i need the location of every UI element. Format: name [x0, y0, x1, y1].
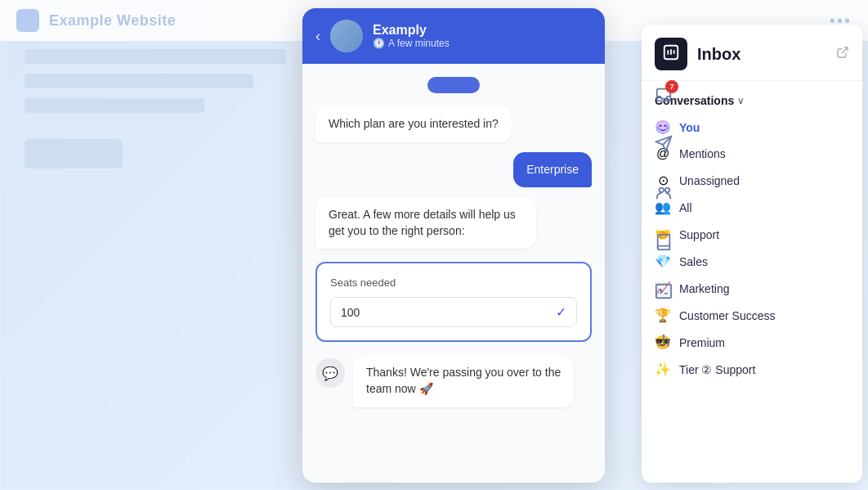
chat-status-icon: 🕐: [373, 38, 385, 49]
external-link-svg: [836, 46, 849, 59]
svg-line-14: [842, 47, 848, 53]
svg-point-3: [660, 188, 664, 193]
team-svg-icon: [655, 184, 673, 202]
inbox-item-label-sales: Sales: [679, 255, 708, 268]
terminal-svg-icon: [655, 282, 673, 300]
sidebar-icon-send[interactable]: [647, 128, 680, 160]
inbox-item-icon-tier2: ✨: [655, 362, 671, 377]
inbox-section-chevron: ∨: [737, 95, 745, 106]
seats-check-icon: ✓: [556, 304, 566, 320]
chat-header: ‹ Examply 🕐 A few minutes: [302, 8, 605, 64]
final-message-icon: 💬: [315, 358, 345, 388]
inbox-logo: [655, 38, 687, 70]
inbox-item-label-tier2: Tier ② Support: [679, 363, 755, 376]
inbox-item-label-unassigned: Unassigned: [679, 174, 740, 187]
chat-agent-name: Examply: [373, 23, 450, 38]
send-svg-icon: [655, 135, 673, 153]
chat-messages[interactable]: Which plan are you interested in? Enterp…: [302, 64, 605, 483]
chat-header-info: Examply 🕐 A few minutes: [373, 23, 450, 49]
msg-enterprise-reply: Enterprise: [513, 152, 592, 188]
msg-more-details: Great. A few more details will help us g…: [315, 197, 536, 249]
chat-avatar-img: [330, 20, 363, 52]
bg-bar-3: [25, 98, 204, 113]
final-message-bubble: Thanks! We're passing you over to the te…: [353, 355, 574, 407]
seats-input-row[interactable]: 100 ✓: [330, 297, 577, 327]
inbox-logo-icon: [662, 43, 680, 65]
inbox-title: Inbox: [697, 45, 826, 64]
sidebar-icon-team[interactable]: [647, 177, 680, 209]
inbox-item-label-mentions: Mentions: [679, 147, 726, 160]
bg-bar-1: [25, 49, 286, 64]
chat-status: 🕐 A few minutes: [373, 38, 450, 49]
sidebar-icon-terminal[interactable]: [647, 275, 680, 308]
chat-avatar: [330, 20, 363, 52]
chat-back-button[interactable]: ‹: [315, 28, 320, 45]
chart-svg-icon: [655, 331, 673, 349]
chat-widget: ‹ Examply 🕐 A few minutes Which plan are…: [302, 8, 605, 483]
sidebar-icon-inbox[interactable]: 7: [647, 79, 680, 111]
inbox-item-label-premium: Premium: [679, 336, 725, 349]
inbox-item-label-marketing: Marketing: [679, 282, 729, 295]
bg-site-name: Example Website: [49, 12, 176, 29]
bg-button: [25, 139, 123, 169]
bg-content: [25, 49, 286, 169]
bg-logo: [16, 9, 39, 32]
seats-label: Seats needed: [330, 276, 577, 289]
sidebar-icon-chart[interactable]: [647, 324, 680, 357]
chat-status-text: A few minutes: [388, 38, 450, 49]
final-message-row: 💬 Thanks! We're passing you over to the …: [315, 355, 592, 407]
sidebar-icon-book[interactable]: [647, 226, 680, 258]
top-partial-button[interactable]: [427, 77, 480, 93]
inbox-external-link-icon[interactable]: [836, 46, 849, 62]
seats-form-card[interactable]: Seats needed 100 ✓: [315, 262, 592, 342]
bg-bar-2: [25, 74, 253, 88]
inbox-badge: 7: [665, 80, 678, 93]
inbox-item-label-customer-success: Customer Success: [679, 309, 775, 322]
inbox-item-label-support: Support: [679, 228, 719, 241]
book-svg-icon: [655, 233, 673, 251]
left-sidebar: 7: [644, 72, 683, 357]
inbox-item-tier2[interactable]: ✨ Tier ② Support: [642, 356, 862, 383]
svg-point-4: [665, 188, 670, 193]
intercom-icon: [662, 43, 680, 61]
seats-value[interactable]: 100: [341, 306, 549, 319]
msg-plan-question: Which plan are you interested in?: [315, 106, 512, 142]
svg-rect-5: [656, 285, 671, 299]
